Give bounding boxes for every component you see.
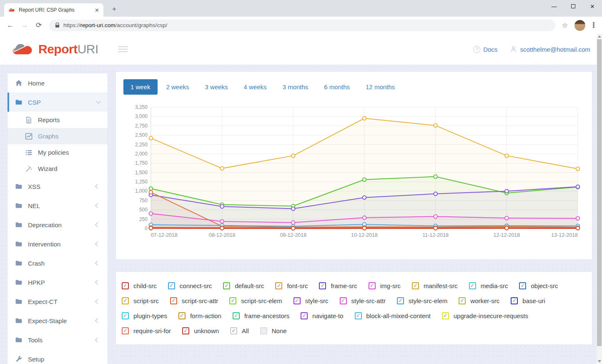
scroll-down-icon[interactable] (597, 359, 602, 364)
directive-toggle-script-src[interactable]: ✓script-src (122, 297, 159, 304)
checkbox-checked[interactable]: ✓ (442, 312, 449, 319)
checkbox-checked[interactable]: ✓ (233, 312, 240, 319)
sidebar-item-my-policies[interactable]: My policies (8, 144, 108, 161)
directive-toggle-upgrade-insecure-requests[interactable]: ✓upgrade-insecure-requests (442, 312, 528, 319)
back-icon[interactable]: ← (4, 21, 17, 30)
checkbox-checked[interactable]: ✓ (511, 297, 518, 304)
scroll-up-icon[interactable] (597, 34, 602, 39)
period-tab-6-months[interactable]: 6 months (317, 79, 357, 95)
directive-toggle-manifest-src[interactable]: ✓manifest-src (412, 282, 458, 289)
directive-toggle-default-src[interactable]: ✓default-src (223, 282, 264, 289)
sidebar-item-reports[interactable]: Reports (8, 112, 108, 128)
checkbox-checked[interactable]: ✓ (229, 297, 236, 304)
checkbox-checked[interactable]: ✓ (223, 282, 230, 289)
checkbox-checked[interactable]: ✓ (319, 282, 326, 289)
sidebar-item-tools[interactable]: Tools (8, 330, 108, 349)
directive-toggle-worker-src[interactable]: ✓worker-src (459, 297, 499, 304)
directive-toggle-all[interactable]: ✓All (230, 327, 249, 334)
sidebar-item-nel[interactable]: NEL (8, 196, 108, 215)
sidebar-item-hpkp[interactable]: HPKP (8, 273, 108, 292)
checkbox-checked[interactable]: ✓ (178, 312, 186, 319)
sidebar-item-crash[interactable]: Crash (8, 254, 108, 273)
directive-toggle-font-src[interactable]: ✓font-src (275, 282, 308, 289)
checkbox-checked[interactable]: ✓ (519, 282, 526, 289)
directive-toggle-frame-ancestors[interactable]: ✓frame-ancestors (233, 312, 289, 319)
url-bar[interactable]: https://report-uri.com/account/graphs/cs… (49, 20, 555, 31)
sidebar-item-expect-staple[interactable]: Expect-Staple (8, 311, 108, 330)
directive-toggle-require-sri-for[interactable]: ✓require-sri-for (122, 327, 171, 334)
directive-toggle-object-src[interactable]: ✓object-src (519, 282, 558, 289)
directive-toggle-style-src[interactable]: ✓style-src (293, 297, 329, 304)
checkbox-checked[interactable]: ✓ (340, 297, 347, 304)
sidebar-item-graphs[interactable]: Graphs (8, 128, 108, 144)
checkbox-checked[interactable]: ✓ (355, 312, 362, 319)
checkbox-checked[interactable]: ✓ (275, 282, 282, 289)
directive-toggle-script-src-elem[interactable]: ✓script-src-elem (229, 297, 282, 304)
close-button[interactable]: ✕ (583, 0, 602, 13)
sidebar-item-expect-ct[interactable]: Expect-CT (8, 292, 108, 311)
tab-close-icon[interactable]: ✕ (95, 7, 99, 13)
sidebar-item-wizard[interactable]: Wizard (8, 161, 108, 177)
period-tab-3-weeks[interactable]: 3 weeks (198, 79, 235, 95)
checkbox-checked[interactable]: ✓ (122, 327, 129, 334)
directive-toggle-frame-src[interactable]: ✓frame-src (319, 282, 357, 289)
checkbox-checked[interactable]: ✓ (170, 297, 177, 304)
sidebar-item-setup[interactable]: Setup (8, 349, 108, 364)
checkbox-checked[interactable]: ✓ (301, 312, 308, 319)
profile-avatar[interactable] (574, 20, 585, 31)
checkbox-unchecked[interactable] (260, 327, 267, 334)
sidebar-item-csp[interactable]: CSP (8, 93, 108, 112)
scrollbar-thumb[interactable] (597, 39, 602, 346)
directive-toggle-style-src-elem[interactable]: ✓style-src-elem (397, 297, 447, 304)
url-path: /account/graphs/csp/ (115, 22, 168, 28)
sidebar-item-xss[interactable]: XSS (8, 177, 108, 196)
directive-toggle-form-action[interactable]: ✓form-action (178, 312, 221, 319)
directive-toggle-style-src-attr[interactable]: ✓style-src-attr (340, 297, 386, 304)
directive-toggle-connect-src[interactable]: ✓connect-src (168, 282, 212, 289)
checkbox-checked[interactable]: ✓ (459, 297, 466, 304)
checkbox-checked[interactable]: ✓ (122, 282, 129, 289)
directive-toggle-child-src[interactable]: ✓child-src (122, 282, 157, 289)
bookmark-star-icon[interactable]: ☆ (559, 21, 570, 29)
period-tab-3-months[interactable]: 3 months (276, 79, 316, 95)
checkbox-checked[interactable]: ✓ (412, 282, 419, 289)
checkbox-checked[interactable]: ✓ (122, 297, 129, 304)
maximize-button[interactable] (564, 0, 583, 13)
directive-toggle-img-src[interactable]: ✓img-src (369, 282, 401, 289)
checkbox-checked[interactable]: ✓ (369, 282, 376, 289)
csp-line-chart[interactable]: 02505007501,0001,2501,5001,7502,0002,250… (123, 101, 584, 245)
checkbox-checked[interactable]: ✓ (182, 327, 189, 334)
period-tab-1-week[interactable]: 1 week (123, 79, 158, 95)
directive-toggle-none[interactable]: None (260, 327, 287, 334)
sidebar-toggle-icon[interactable] (118, 46, 128, 52)
docs-link[interactable]: ? Docs (473, 46, 497, 53)
sidebar-item-home[interactable]: Home (8, 73, 108, 93)
period-tab-4-weeks[interactable]: 4 weeks (237, 79, 274, 95)
page-scrollbar[interactable] (597, 34, 602, 364)
directive-toggle-media-src[interactable]: ✓media-src (469, 282, 508, 289)
directive-toggle-base-uri[interactable]: ✓base-uri (511, 297, 545, 304)
checkbox-checked[interactable]: ✓ (230, 327, 237, 334)
directive-toggle-plugin-types[interactable]: ✓plugin-types (122, 312, 167, 319)
directive-toggle-unknown[interactable]: ✓unknown (182, 327, 219, 334)
user-account-link[interactable]: scotthelme@hotmail.com (510, 45, 590, 53)
checkbox-checked[interactable]: ✓ (397, 297, 404, 304)
directive-toggle-block-all-mixed-content[interactable]: ✓block-all-mixed-content (355, 312, 431, 319)
period-tab-12-months[interactable]: 12 months (359, 79, 402, 95)
reload-icon[interactable]: ⟳ (33, 21, 45, 30)
forward-icon[interactable]: → (18, 21, 31, 30)
report-uri-logo[interactable]: ReportURI (12, 42, 98, 56)
period-tab-2-weeks[interactable]: 2 weeks (159, 79, 196, 95)
minimize-button[interactable]: — (544, 0, 564, 13)
directive-toggle-navigate-to[interactable]: ✓navigate-to (301, 312, 343, 319)
browser-menu-icon[interactable]: ••• (589, 22, 598, 28)
sidebar-item-deprecation[interactable]: Deprecation (8, 215, 108, 234)
directive-toggle-script-src-attr[interactable]: ✓script-src-attr (170, 297, 218, 304)
checkbox-checked[interactable]: ✓ (293, 297, 301, 304)
new-tab-button[interactable]: + (109, 5, 119, 13)
sidebar-item-intervention[interactable]: Intervention (8, 234, 108, 254)
checkbox-checked[interactable]: ✓ (122, 312, 129, 319)
checkbox-checked[interactable]: ✓ (168, 282, 175, 289)
checkbox-checked[interactable]: ✓ (469, 282, 476, 289)
browser-tab[interactable]: Report URI: CSP Graphs ✕ (4, 3, 103, 17)
